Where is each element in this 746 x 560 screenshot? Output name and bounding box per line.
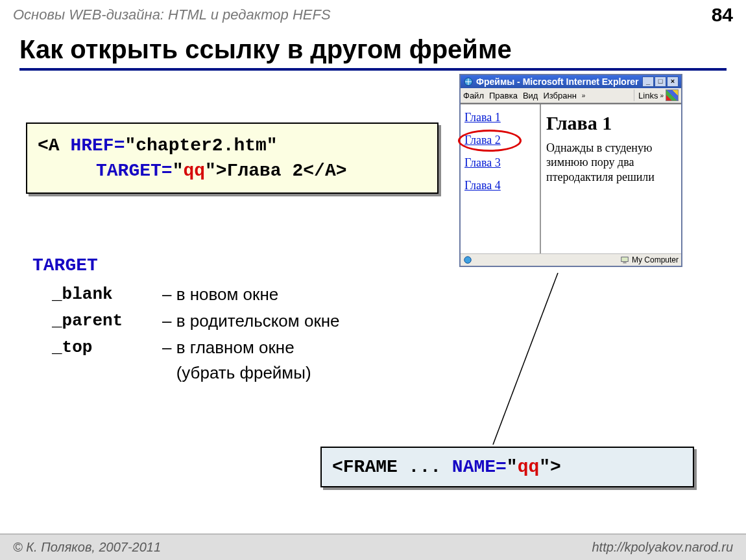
- frame-open: <FRAME ...: [332, 457, 452, 477]
- links-label[interactable]: Links: [638, 91, 658, 100]
- target-attr: TARGET=: [96, 161, 173, 181]
- nav-link-1[interactable]: Глава 1: [464, 111, 536, 124]
- code-tag-close: </A>: [303, 161, 346, 181]
- browser-menu: Файл Правка Вид Избранн » Links »: [461, 88, 681, 103]
- svg-rect-3: [623, 262, 626, 264]
- menu-view[interactable]: Вид: [523, 91, 538, 100]
- code-example: <A HREF="chapter2.htm" TARGET="qq">Глава…: [26, 122, 439, 194]
- status-text: My Computer: [632, 255, 679, 264]
- frame-close: >: [550, 457, 561, 477]
- name-value: qq: [518, 457, 540, 477]
- target-desc: – в новом окне: [162, 282, 278, 307]
- target-key: _top: [32, 335, 162, 360]
- maximize-button[interactable]: □: [655, 76, 666, 87]
- copyright: © К. Поляков, 2007-2011: [13, 540, 161, 555]
- chevron-icon: »: [582, 92, 586, 99]
- right-frame: Глава 1 Однажды в студеную зимнюю пору д…: [541, 104, 681, 253]
- menu-file[interactable]: Файл: [463, 91, 484, 100]
- browser-window: Фреймы - Microsoft Internet Explorer _ □…: [459, 74, 682, 267]
- href-attr: HREF=: [70, 135, 125, 156]
- nav-link-4[interactable]: Глава 4: [464, 179, 536, 192]
- content-heading: Глава 1: [546, 111, 676, 135]
- target-row: _top– в главном окне (убрать фреймы): [32, 335, 340, 386]
- target-value: qq: [183, 161, 205, 181]
- href-value: "chapter2.htm": [125, 135, 277, 156]
- target-desc: – в родительском окне: [162, 309, 340, 334]
- site-url: http://kpolyakov.narod.ru: [592, 540, 733, 555]
- svg-rect-2: [621, 257, 629, 262]
- computer-icon: [620, 255, 629, 264]
- left-frame: Глава 1 Глава 2 Глава 3 Глава 4: [461, 104, 541, 253]
- menu-edit[interactable]: Правка: [489, 91, 518, 100]
- target-explanation: TARGET _blank– в новом окне_parent– в ро…: [32, 252, 340, 387]
- window-controls: _ □ ×: [642, 76, 679, 87]
- window-title: Фреймы - Microsoft Internet Explorer: [476, 76, 642, 87]
- target-key: _parent: [32, 309, 162, 334]
- subject-label: Основы WEB-дизайна: HTML и редактор HEFS: [13, 6, 331, 23]
- code-tag-open: <A: [38, 135, 70, 156]
- nav-link-2[interactable]: Глава 2: [464, 134, 536, 147]
- window-titlebar: Фреймы - Microsoft Internet Explorer _ □…: [461, 75, 681, 88]
- content-text: Однажды в студеную зимнюю пору два птеро…: [546, 141, 676, 185]
- target-key: _blank: [32, 282, 162, 307]
- target-heading: TARGET: [32, 252, 340, 279]
- ie-icon: [463, 76, 474, 87]
- close-button[interactable]: ×: [667, 76, 679, 87]
- frame-code-example: <FRAME ... NAME="qq">: [320, 447, 694, 487]
- chevron-icon: »: [660, 92, 664, 99]
- menu-fav[interactable]: Избранн: [543, 91, 576, 100]
- page-number: 84: [712, 4, 733, 26]
- target-desc: – в главном окне (убрать фреймы): [162, 335, 311, 386]
- page-title: Как открыть ссылку в другом фрейме: [19, 35, 727, 71]
- status-bar: My Computer: [461, 253, 681, 266]
- windows-flag-icon[interactable]: [666, 89, 679, 101]
- target-row: _parent– в родительском окне: [32, 309, 340, 334]
- slide-header: Основы WEB-дизайна: HTML и редактор HEFS…: [0, 0, 746, 29]
- callout-line: [480, 273, 584, 448]
- target-row: _blank– в новом окне: [32, 282, 340, 307]
- code-content: >Глава 2: [216, 161, 303, 181]
- name-attr: NAME=: [452, 457, 507, 477]
- svg-point-1: [464, 257, 472, 264]
- nav-link-3[interactable]: Глава 3: [464, 156, 536, 170]
- browser-body: Глава 1 Глава 2 Глава 3 Глава 4 Глава 1 …: [461, 103, 681, 253]
- minimize-button[interactable]: _: [642, 76, 654, 87]
- slide-footer: © К. Поляков, 2007-2011 http://kpolyakov…: [0, 533, 746, 560]
- ie-icon: [463, 255, 472, 264]
